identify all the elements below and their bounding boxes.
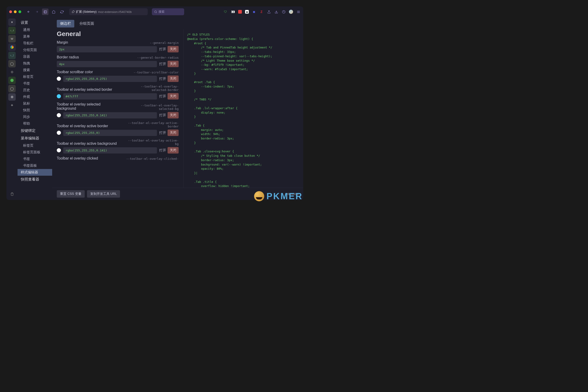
code-editor[interactable]: /* OLD STYLES @media (prefers-color-sche…: [183, 29, 303, 188]
search-bar[interactable]: 搜索: [152, 8, 184, 15]
maximize-window[interactable]: [18, 10, 21, 13]
toggle-close-button[interactable]: 关闭: [167, 130, 179, 136]
tab-sidebar[interactable]: 侧边栏: [57, 20, 74, 28]
rail-item-settings[interactable]: ⚙: [8, 93, 16, 101]
rail-add[interactable]: +: [8, 102, 16, 109]
nav-item[interactable]: 历史: [17, 87, 52, 94]
close-window[interactable]: [9, 10, 12, 13]
nav-style-editor[interactable]: 样式编辑器: [17, 169, 52, 176]
reload-button[interactable]: [59, 8, 65, 15]
reset-css-button[interactable]: 重置 CSS 变量: [57, 190, 85, 198]
rail-item-wiki[interactable]: W: [8, 35, 16, 42]
nav-item[interactable]: 标签页: [17, 142, 52, 149]
nav-item[interactable]: 书签: [17, 80, 52, 87]
rail-item-github[interactable]: ◯: [8, 60, 16, 68]
toggle-open-label[interactable]: 打开: [159, 47, 166, 52]
nav-item[interactable]: 导航栏: [17, 40, 52, 47]
nav-item[interactable]: 容器: [17, 53, 52, 60]
nav-item[interactable]: 标签页面板: [17, 149, 52, 156]
toggle-open-label[interactable]: 打开: [159, 62, 166, 66]
downloads-icon[interactable]: [274, 10, 278, 14]
color-swatch[interactable]: [57, 131, 61, 135]
nav-item[interactable]: 书签: [17, 156, 52, 162]
red-square-icon[interactable]: [238, 10, 242, 14]
row-label: Toolbar el overlay active border: [57, 124, 108, 128]
css-var-row: Toolbar el overlay active border --toolb…: [57, 121, 179, 136]
rail-trash[interactable]: [8, 190, 16, 198]
pocket-icon[interactable]: [267, 10, 271, 14]
row-label: Toolbar scrollbar color: [57, 70, 93, 74]
nav-item[interactable]: 帮助: [17, 120, 52, 127]
nav-head-keybind[interactable]: 按键绑定: [17, 127, 52, 134]
value-input[interactable]: [57, 61, 157, 67]
toggle-close-button[interactable]: 关闭: [167, 147, 179, 154]
value-input[interactable]: [63, 147, 157, 154]
row-var: --toolbar-el-overlay-active-border: [125, 121, 179, 128]
back-button[interactable]: [25, 8, 32, 15]
toggle-close-button[interactable]: 关闭: [167, 46, 179, 52]
rail-item-gear[interactable]: ⚙: [8, 68, 16, 76]
nav-item[interactable]: 分组页面: [17, 47, 52, 53]
color-swatch[interactable]: [57, 113, 61, 117]
rail-item-1[interactable]: >_4: [8, 27, 16, 34]
side-rail: ▼ >_4 W >_2 ◯ ⚙ ◯ ⚙ +: [6, 17, 17, 200]
copy-url-button[interactable]: 复制开发工具 URL: [87, 190, 120, 198]
toggle-close-button[interactable]: 关闭: [167, 112, 179, 118]
search-placeholder: 搜索: [158, 10, 164, 14]
toggle-open-label[interactable]: 打开: [159, 77, 166, 81]
value-input[interactable]: [63, 112, 157, 118]
minimize-window[interactable]: [14, 10, 16, 13]
color-swatch[interactable]: [57, 94, 61, 98]
discord-icon[interactable]: ◙: [252, 10, 256, 14]
forward-button[interactable]: [34, 8, 40, 15]
home-button[interactable]: [50, 8, 57, 15]
nav-item[interactable]: 拖拽: [17, 60, 52, 67]
nav-item[interactable]: 鼠标: [17, 100, 52, 107]
zotero-icon[interactable]: Z: [259, 10, 264, 14]
rail-item-google[interactable]: [8, 44, 16, 51]
toggle-open-label[interactable]: 打开: [159, 94, 166, 98]
menu-icon[interactable]: [296, 10, 300, 14]
panda-icon[interactable]: ◉: [245, 10, 249, 14]
css-var-row: Border radius --general-border-radius 打开…: [57, 55, 179, 67]
rail-collapse[interactable]: ▼: [8, 18, 16, 26]
nav-item[interactable]: 通用: [17, 26, 52, 33]
nav-snapshot-viewer[interactable]: 快照查看器: [17, 176, 52, 183]
value-input[interactable]: [63, 76, 157, 82]
value-input[interactable]: [57, 46, 157, 52]
watermark-logo: [254, 191, 264, 201]
value-input[interactable]: [63, 130, 157, 136]
toggle-open-label[interactable]: 打开: [159, 113, 166, 118]
toggle-open-label[interactable]: 打开: [159, 148, 166, 152]
nav-item[interactable]: 外观: [17, 94, 52, 100]
svg-point-2: [155, 10, 157, 13]
address-bar[interactable]: 扩展 (Sidebery) moz-extension://540740b: [69, 8, 148, 15]
shield-icon[interactable]: 🛡: [223, 10, 228, 14]
eyes-icon[interactable]: 👀: [231, 10, 235, 14]
nav-head-menu-editor[interactable]: 菜单编辑器: [17, 134, 52, 142]
toggle-open-label[interactable]: 打开: [159, 131, 166, 135]
sidebar-toggle[interactable]: [42, 8, 48, 15]
value-input[interactable]: [63, 93, 157, 100]
avatar-icon[interactable]: [289, 10, 293, 14]
svg-line-3: [156, 12, 157, 13]
toggle-close-button[interactable]: 关闭: [167, 93, 179, 100]
history-icon[interactable]: [282, 10, 286, 14]
rail-item-gh2[interactable]: ◯: [8, 85, 16, 92]
color-swatch[interactable]: [57, 77, 61, 81]
nav-item[interactable]: 菜单: [17, 33, 52, 40]
color-swatch[interactable]: [57, 148, 61, 152]
nav-item[interactable]: 搜索: [17, 67, 52, 74]
window-controls: [9, 10, 21, 13]
toggle-close-button[interactable]: 关闭: [167, 76, 179, 82]
rail-item-7[interactable]: [8, 77, 16, 84]
nav-item[interactable]: 快照: [17, 107, 52, 114]
address-ext-label: 扩展 (Sidebery): [76, 10, 97, 14]
nav-item[interactable]: 同步: [17, 114, 52, 120]
tab-group[interactable]: 分组页面: [76, 20, 97, 28]
nav-item[interactable]: 标签页: [17, 74, 52, 80]
rail-item-4[interactable]: >_2: [8, 52, 16, 59]
nav-item[interactable]: 书签面板: [17, 162, 52, 169]
toggle-close-button[interactable]: 关闭: [167, 61, 179, 67]
watermark: PKMER: [254, 191, 303, 201]
